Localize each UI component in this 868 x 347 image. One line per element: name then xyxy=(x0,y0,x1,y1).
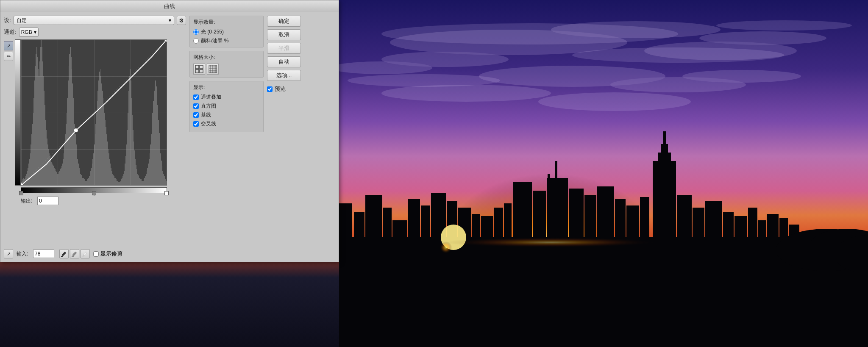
curve-area xyxy=(15,39,186,186)
svg-rect-73 xyxy=(195,69,199,73)
show-clipping-row: 显示修剪 xyxy=(93,250,122,258)
svg-rect-69 xyxy=(72,256,74,257)
grid-size-title: 网格大小: xyxy=(193,54,260,61)
show-clipping-checkbox[interactable] xyxy=(93,251,99,257)
grid-10x10-icon xyxy=(209,65,217,73)
channel-row: 通道: RGB ▾ xyxy=(4,28,186,37)
histogram-checkbox[interactable] xyxy=(193,103,199,109)
svg-point-9 xyxy=(699,31,826,45)
intersection-label: 交叉线 xyxy=(201,120,216,128)
svg-rect-35 xyxy=(555,161,557,178)
channel-overlay-row[interactable]: 通道叠加 xyxy=(193,94,260,101)
svg-rect-74 xyxy=(200,69,203,73)
channel-overlay-label: 通道叠加 xyxy=(201,94,221,101)
svg-point-8 xyxy=(331,61,432,74)
svg-rect-71 xyxy=(195,65,199,69)
preview-row: 预览 xyxy=(267,85,301,93)
grid-10x10-button[interactable] xyxy=(207,64,219,75)
display-section: 显示: 通道叠加 直方图 基线 交叉线 xyxy=(189,81,264,132)
preset-value: 自定 xyxy=(17,17,27,24)
auto-button[interactable]: 自动 xyxy=(267,56,301,67)
grid-4x4-icon xyxy=(195,65,203,73)
baseline-row[interactable]: 基线 xyxy=(193,111,260,119)
svg-point-11 xyxy=(538,92,691,111)
left-panel: 设: 自定 ▾ ⚙ 通道: RGB ▾ ↗ xyxy=(4,16,186,258)
show-clipping-label: 显示修剪 xyxy=(100,250,122,258)
black-point-eyedropper[interactable] xyxy=(59,249,69,258)
output-row: 输出: xyxy=(21,197,186,205)
preset-row: 设: 自定 ▾ ⚙ xyxy=(4,16,186,25)
horizontal-gradient-wrap xyxy=(21,187,186,193)
center-options-panel: 显示数量: 光 (0-255) 颜料/油墨 % 网格大小: xyxy=(189,16,264,258)
gradient-black-handle[interactable] xyxy=(19,191,23,195)
ok-button[interactable]: 确定 xyxy=(267,16,301,27)
light-radio-row[interactable]: 光 (0-255) xyxy=(193,28,260,36)
grid-buttons xyxy=(193,64,260,75)
dialog-body: 设: 自定 ▾ ⚙ 通道: RGB ▾ ↗ xyxy=(0,12,339,262)
svg-rect-63 xyxy=(339,225,868,250)
curves-dialog: 曲线 设: 自定 ▾ ⚙ 通道: RGB ▾ xyxy=(0,0,339,262)
svg-point-67 xyxy=(74,128,78,133)
preview-label: 预览 xyxy=(275,85,286,93)
auto-select-icon[interactable]: ↗ xyxy=(4,249,13,258)
pencil-tool-button[interactable]: ✏ xyxy=(4,52,13,61)
display-radio-group: 光 (0-255) 颜料/油墨 % xyxy=(193,28,260,44)
baseline-checkbox[interactable] xyxy=(193,112,199,118)
dialog-title: 曲线 xyxy=(164,3,175,10)
dialog-titlebar: 曲线 xyxy=(0,0,339,12)
svg-point-10 xyxy=(381,85,551,102)
preset-select[interactable]: 自定 ▾ xyxy=(14,16,174,25)
gradient-triangle-handle[interactable] xyxy=(92,193,96,196)
grid-size-section: 网格大小: xyxy=(189,51,264,78)
curve-canvas[interactable] xyxy=(21,39,167,186)
white-point-eyedropper[interactable] xyxy=(81,249,90,258)
channel-arrow-icon: ▾ xyxy=(34,29,36,35)
pigment-radio-row[interactable]: 颜料/油墨 % xyxy=(193,37,260,44)
channel-value: RGB xyxy=(21,29,32,35)
intersection-row[interactable]: 交叉线 xyxy=(193,120,260,128)
right-actions-panel: 确定 取消 平滑 自动 选项... 预览 xyxy=(267,16,301,258)
display-count-section: 显示数量: 光 (0-255) 颜料/油墨 % xyxy=(189,16,264,47)
channel-select[interactable]: RGB ▾ xyxy=(19,28,39,37)
preset-label: 设: xyxy=(4,17,11,24)
input-value-input[interactable] xyxy=(33,250,54,258)
gray-point-eyedropper[interactable] xyxy=(70,249,79,258)
baseline-label: 基线 xyxy=(201,111,211,119)
grid-4x4-button[interactable] xyxy=(193,64,205,75)
histogram-label: 直方图 xyxy=(201,103,216,110)
curve-container: ↗ ✏ xyxy=(4,39,186,245)
options-button[interactable]: 选项... xyxy=(267,70,301,81)
svg-point-12 xyxy=(682,70,801,83)
horizontal-gradient-bar xyxy=(21,187,167,193)
output-label: 输出: xyxy=(21,197,36,205)
preview-checkbox[interactable] xyxy=(267,86,273,92)
histogram-row[interactable]: 直方图 xyxy=(193,103,260,110)
gear-button[interactable]: ⚙ xyxy=(177,16,186,25)
preset-arrow-icon: ▾ xyxy=(169,17,171,23)
pigment-radio-label: 颜料/油墨 % xyxy=(201,37,228,44)
svg-rect-68 xyxy=(61,256,63,257)
output-value-input[interactable] xyxy=(37,197,58,205)
svg-point-13 xyxy=(381,23,678,44)
curve-tools: ↗ ✏ xyxy=(4,39,13,245)
pigment-radio-input[interactable] xyxy=(193,38,199,44)
vertical-gradient-bar xyxy=(15,39,21,186)
curve-svg[interactable] xyxy=(21,40,167,185)
channel-overlay-checkbox[interactable] xyxy=(193,94,199,100)
svg-rect-45 xyxy=(661,144,668,153)
light-radio-label: 光 (0-255) xyxy=(201,28,224,36)
cancel-button[interactable]: 取消 xyxy=(267,29,301,40)
black-eyedropper-icon xyxy=(61,251,67,257)
intersection-checkbox[interactable] xyxy=(193,121,199,127)
svg-rect-70 xyxy=(82,256,84,257)
svg-rect-46 xyxy=(663,131,666,144)
gray-eyedropper-icon xyxy=(72,251,78,257)
svg-rect-44 xyxy=(658,153,671,161)
svg-point-14 xyxy=(572,47,784,63)
smooth-button[interactable]: 平滑 xyxy=(267,43,301,54)
input-label: 输入: xyxy=(17,250,31,258)
curve-editor-wrap: 输出: xyxy=(15,39,186,245)
gradient-white-handle[interactable] xyxy=(164,191,169,195)
light-radio-input[interactable] xyxy=(193,29,199,35)
pointer-tool-button[interactable]: ↗ xyxy=(4,41,13,50)
